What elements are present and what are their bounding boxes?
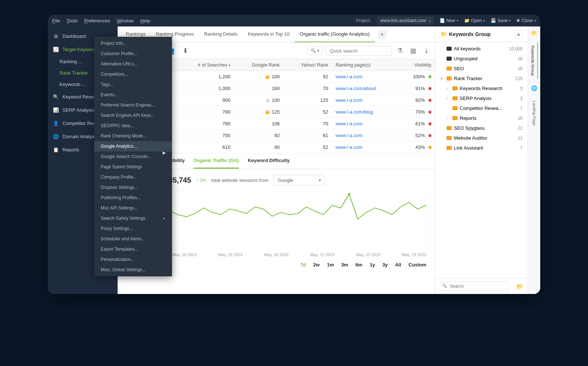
range-option[interactable]: 7d: [300, 262, 306, 268]
tree-item[interactable]: ›Keywords Research3: [435, 83, 528, 93]
vtab-landing-page[interactable]: Landing Page: [532, 98, 537, 129]
close-icon: ✖: [516, 18, 520, 23]
range-option[interactable]: Custom: [409, 262, 426, 268]
range-option[interactable]: 3y: [383, 262, 388, 268]
dropdown-item[interactable]: Events...: [94, 90, 172, 100]
cell-google-rank: 👑125: [234, 106, 283, 118]
close-button[interactable]: ✖ Close ▾: [516, 18, 536, 23]
column-header[interactable]: Ranking page(s): [332, 59, 399, 71]
dropdown-item[interactable]: Tags...: [94, 79, 172, 90]
range-option[interactable]: All: [395, 262, 401, 268]
column-header[interactable]: Visibility: [399, 59, 435, 71]
range-option[interactable]: 3m: [341, 262, 348, 268]
dropdown-item[interactable]: Search Safety Settings▸: [94, 213, 172, 223]
export-icon[interactable]: ⬇: [180, 46, 190, 56]
workspace-tab[interactable]: Organic traffic (Google Analytics): [295, 26, 375, 42]
cell-ranking-page[interactable]: www.l-a.com: [332, 118, 399, 130]
dropdown-item[interactable]: Proxy Settings...: [94, 223, 172, 234]
dropdown-item[interactable]: Customer Profile...: [94, 49, 172, 59]
menubar-file[interactable]: File: [52, 18, 60, 24]
dropdown-item[interactable]: Dropbox Settings...: [94, 182, 172, 193]
tree-item-label: SERP Analysis: [460, 96, 491, 101]
tree-item[interactable]: Competitor Resea...7: [435, 103, 528, 113]
dropdown-item[interactable]: Alternative URLs...: [94, 59, 172, 69]
cell-google-rank: 106: [234, 118, 283, 130]
tree-item[interactable]: SEO Spyglass22: [435, 123, 528, 133]
menubar-window[interactable]: Window: [116, 18, 133, 24]
filter-icon[interactable]: ⚗: [395, 46, 405, 56]
download-icon[interactable]: ⤓: [421, 46, 431, 56]
traffic-source-select[interactable]: Google: [274, 175, 325, 186]
range-option[interactable]: 1m: [327, 262, 334, 268]
collapse-panel-button[interactable]: »: [514, 30, 523, 38]
detail-tab[interactable]: Organic Traffic (GA): [194, 158, 239, 169]
dropdown-item[interactable]: Competitors...: [94, 69, 172, 79]
dropdown-item[interactable]: Misc. Global Settings...: [94, 265, 172, 275]
vtab-keywords-group[interactable]: Keywords Group: [531, 43, 538, 79]
cell-searches: 900: [178, 94, 234, 106]
tree-item[interactable]: ›SERP Analysis3: [435, 93, 528, 103]
dropdown-item[interactable]: SEO/PPC data...: [94, 121, 172, 131]
dropdown-item[interactable]: Personalization...: [94, 254, 172, 265]
folder-icon: [447, 146, 452, 150]
dropdown-item[interactable]: Rank Checking Mode...: [94, 131, 172, 141]
dropdown-item[interactable]: Project Info...: [94, 38, 172, 49]
tree-item[interactable]: ▾Rank Tracker215: [435, 73, 528, 83]
tree-item[interactable]: Link Assistant7: [435, 143, 528, 153]
tree-item[interactable]: All keywords10,000: [435, 44, 528, 54]
cell-ranking-page[interactable]: www.l-a.com: [332, 71, 399, 83]
chart-date-label: May, 23 2023: [402, 252, 426, 257]
cell-searches: 1,000: [178, 83, 234, 94]
column-header[interactable]: # of Searches ▾: [178, 59, 234, 71]
quick-search-input[interactable]: [326, 46, 392, 56]
dropdown-item[interactable]: Google Analytics...: [94, 141, 172, 151]
save-button[interactable]: 💾 Save ▾: [491, 18, 510, 23]
sidebar-icon: ⊞: [53, 33, 59, 39]
add-folder-icon[interactable]: 📁: [516, 283, 523, 290]
dropdown-item[interactable]: Google Search Console...: [94, 151, 172, 162]
workspace-tab[interactable]: Keywords in Top 10: [243, 26, 295, 42]
sidebar-icon: 🌐: [53, 133, 59, 139]
chart-date-label: May, 19 2023: [218, 252, 243, 257]
project-select[interactable]: www.link-assistant.com: [377, 17, 434, 25]
column-header[interactable]: Google Rank: [234, 59, 283, 71]
dropdown-item[interactable]: Moz API Settings...: [94, 203, 172, 213]
dropdown-item[interactable]: Preferred Search Engines...: [94, 100, 172, 110]
menubar-tools[interactable]: Tools: [67, 18, 78, 24]
dropdown-item[interactable]: Company Profile...: [94, 172, 172, 182]
menubar-preferences[interactable]: Preferences: [84, 18, 110, 24]
detail-tab[interactable]: Keyword Difficulty: [248, 158, 290, 169]
range-option[interactable]: 6m: [355, 262, 362, 268]
dropdown-item[interactable]: Page Speed Settings: [94, 162, 172, 172]
add-tab-button[interactable]: +: [378, 30, 387, 39]
dropdown-item[interactable]: Publishing Profiles...: [94, 193, 172, 203]
dropdown-item[interactable]: Export Templates...: [94, 244, 172, 254]
tree-item[interactable]: Ungrouped16: [435, 54, 528, 64]
open-button[interactable]: 📁 Open ▾: [464, 18, 485, 23]
cell-visibility: 100%: [399, 71, 435, 83]
dropdown-item[interactable]: Search Engines API Keys...: [94, 110, 172, 121]
cell-google-rank: 👑100: [234, 71, 283, 83]
folder-icon: [447, 76, 452, 80]
new-button[interactable]: 📄 New ▾: [440, 18, 458, 23]
group-search-input[interactable]: [440, 281, 508, 291]
search-scope[interactable]: 🔍 ▾: [307, 46, 323, 55]
cell-ranking-page[interactable]: www.l-a.com: [332, 94, 399, 106]
app-window: FileToolsPreferencesWindowHelp Project: …: [48, 15, 540, 294]
folder-icon: [447, 57, 452, 61]
column-header[interactable]: Yahoo! Rank: [283, 59, 332, 71]
tree-item[interactable]: Website Auditor11: [435, 133, 528, 143]
cell-ranking-page[interactable]: www.l-a.com: [332, 130, 399, 141]
cell-ranking-page[interactable]: www.l-a.com/about: [332, 83, 399, 94]
view-mode-icon[interactable]: ▦: [408, 46, 418, 56]
tree-item[interactable]: ›Reports16: [435, 113, 528, 123]
range-option[interactable]: 2w: [313, 262, 319, 268]
tree-item[interactable]: SEO16: [435, 64, 528, 73]
menubar-help[interactable]: Help: [140, 18, 150, 24]
workspace-tab[interactable]: Ranking Details: [199, 26, 243, 42]
range-option[interactable]: 1y: [370, 262, 375, 268]
folder-icon: [447, 136, 452, 140]
dropdown-item[interactable]: Scheduler and Alerts...: [94, 234, 172, 244]
cell-ranking-page[interactable]: www.l-a.com: [332, 141, 399, 153]
cell-ranking-page[interactable]: www.l-a.com/blog: [332, 106, 399, 118]
